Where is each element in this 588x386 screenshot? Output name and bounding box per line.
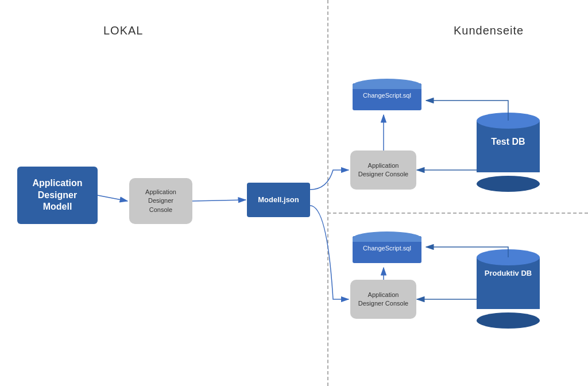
- adm-box: Application Designer Modell: [17, 167, 98, 224]
- vertical-divider: [327, 0, 328, 386]
- changescript-prod-label: ChangeScript.sql: [363, 244, 411, 251]
- prod-db-cylinder: Produktiv DB: [477, 257, 540, 321]
- diagram-container: LOKAL Kundenseite Application Designer M…: [0, 0, 588, 386]
- test-db-cylinder: Test DB: [477, 121, 540, 184]
- horizontal-divider: [327, 213, 588, 214]
- changescript-test-scroll: ChangeScript.sql: [350, 76, 424, 113]
- adc-local-box: Application Designer Console: [129, 178, 192, 224]
- modell-json-box: Modell.json: [247, 183, 310, 217]
- kundenseite-label: Kundenseite: [454, 24, 524, 37]
- adc-test-box: Application Designer Console: [350, 150, 416, 190]
- lokal-label: LOKAL: [103, 24, 143, 37]
- changescript-test-label: ChangeScript.sql: [363, 91, 411, 98]
- svg-line-2: [98, 195, 127, 201]
- svg-line-3: [192, 200, 246, 201]
- adc-prod-box: Application Designer Console: [350, 280, 416, 319]
- changescript-prod-scroll: ChangeScript.sql: [350, 229, 424, 266]
